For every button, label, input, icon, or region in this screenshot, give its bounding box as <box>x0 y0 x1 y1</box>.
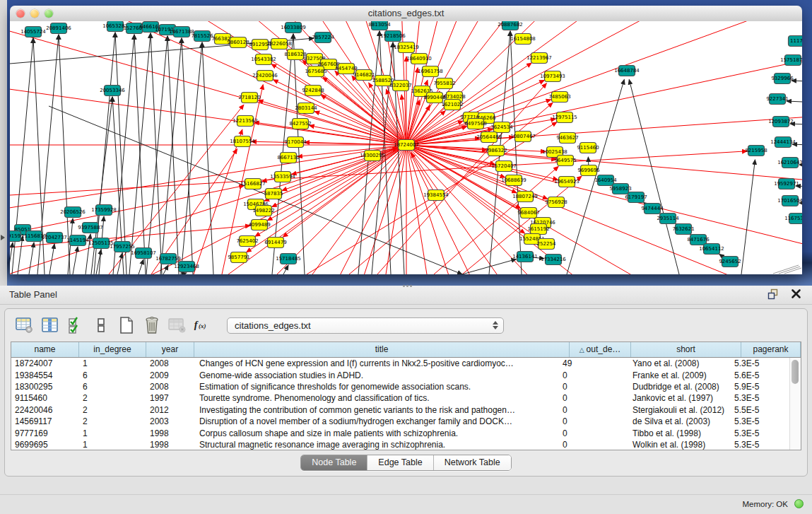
network-node[interactable]: 12923468 <box>174 262 199 272</box>
network-node[interactable]: 1145194 <box>66 235 89 246</box>
network-node[interactable]: 10973493 <box>540 71 565 82</box>
network-node[interactable]: 10543382 <box>251 54 276 65</box>
network-node[interactable]: 15720407 <box>491 161 517 172</box>
network-node[interactable]: 8667130 <box>277 153 299 163</box>
network-node[interactable]: 1621022 <box>441 100 463 110</box>
float-panel-icon[interactable] <box>767 288 779 301</box>
network-node[interactable]: 16961758 <box>418 66 443 77</box>
table-row[interactable]: 977716911998Corpus callosum shape and si… <box>11 427 790 438</box>
network-node[interactable]: 9649575 <box>554 156 576 166</box>
delete-table-icon[interactable] <box>166 315 188 335</box>
network-edge[interactable] <box>393 42 404 274</box>
network-edge[interactable] <box>18 236 23 274</box>
network-node[interactable]: 2803144 <box>295 103 317 114</box>
network-node[interactable]: 1498222 <box>252 206 274 216</box>
network-node[interactable]: 7632621 <box>672 224 694 235</box>
network-window[interactable]: citations_edges.txt 14055724208914061065… <box>10 6 802 274</box>
network-node[interactable]: 19654923 <box>554 177 579 187</box>
delete-icon[interactable] <box>141 315 163 335</box>
network-node[interactable]: 8322037 <box>389 81 411 91</box>
network-edge[interactable] <box>146 36 167 274</box>
network-edge[interactable] <box>202 42 213 274</box>
table-row[interactable]: 1456911722003Disruption of a novel membe… <box>11 416 790 427</box>
tab-node-table[interactable]: Node Table <box>301 455 367 470</box>
network-node[interactable]: 9329966 <box>771 74 794 84</box>
network-node[interactable]: 7857224 <box>312 33 334 43</box>
network-edge[interactable] <box>719 254 723 256</box>
table-row[interactable]: 969969511998Structural magnetic resonanc… <box>11 439 790 450</box>
network-edge[interactable] <box>139 259 143 274</box>
network-node[interactable]: 12213967 <box>526 53 552 64</box>
network-node[interactable]: 12975115 <box>552 112 577 123</box>
network-window-titlebar[interactable]: citations_edges.txt <box>10 6 802 22</box>
network-node[interactable]: 16648784 <box>614 66 640 76</box>
network-node[interactable]: 6497568 <box>464 119 486 129</box>
network-edge[interactable] <box>321 95 406 145</box>
column-header-out[interactable]: △out_de… <box>570 342 631 357</box>
network-node[interactable]: 2935114 <box>657 214 679 224</box>
network-edge[interactable] <box>160 38 182 274</box>
selection-mode-icon[interactable] <box>64 315 86 335</box>
network-node[interactable]: 19592971 <box>774 179 799 189</box>
network-node[interactable]: 10688639 <box>501 175 526 186</box>
network-node[interactable]: 7485063 <box>548 92 570 103</box>
table-selector-dropdown[interactable]: citations_edges.txt <box>227 317 504 334</box>
network-node[interactable]: 17359928 <box>91 205 117 216</box>
network-node[interactable]: 20887682 <box>498 21 523 30</box>
network-node[interactable]: 9756928 <box>545 197 567 208</box>
network-node[interactable]: 39159 <box>10 231 21 242</box>
network-node[interactable]: 15718485 <box>276 254 301 264</box>
network-node[interactable]: 19384554 <box>423 190 449 201</box>
network-node[interactable]: 8427552 <box>289 119 311 129</box>
table-row[interactable]: 1830029562008Estimation of significance … <box>11 381 790 392</box>
network-edge[interactable] <box>406 145 802 200</box>
network-node[interactable]: 17334216 <box>541 255 566 265</box>
column-header-in_degree[interactable]: in_degree <box>79 342 146 357</box>
network-node[interactable]: 8215958 <box>745 146 767 156</box>
network-edge[interactable] <box>151 33 162 274</box>
network-edge[interactable] <box>644 202 645 203</box>
network-node[interactable]: 14136141 <box>512 252 538 262</box>
network-node[interactable]: 10807467 <box>510 132 536 142</box>
network-node[interactable]: 17016504 <box>777 196 802 206</box>
network-node[interactable]: 12444134 <box>770 137 796 148</box>
network-node[interactable]: 16210643 <box>777 158 802 168</box>
network-node[interactable]: 9699695 <box>577 165 599 176</box>
network-node[interactable]: 9474444 <box>641 204 664 214</box>
network-node[interactable]: 7625402 <box>236 236 258 247</box>
network-edge[interactable] <box>73 247 78 274</box>
network-node[interactable]: 18325419 <box>394 42 419 53</box>
network-node[interactable]: 3624534 <box>490 122 513 133</box>
network-node[interactable]: 4099489 <box>248 220 270 230</box>
network-node[interactable]: 9170044 <box>284 137 307 148</box>
network-node[interactable]: 9857791 <box>228 252 249 263</box>
network-node[interactable]: 9245652 <box>719 257 741 267</box>
network-node[interactable]: 20053346 <box>100 86 125 96</box>
network-node[interactable]: 15751874 <box>780 55 802 66</box>
network-node[interactable]: 252254 <box>537 239 556 250</box>
network-node[interactable]: 11675313 <box>784 214 802 224</box>
table-scrollbar[interactable] <box>789 358 801 450</box>
network-canvas[interactable]: 1405572420891406106532871527602646616110… <box>10 21 802 274</box>
resize-grip-icon[interactable] <box>773 265 801 274</box>
network-node[interactable]: 1117 <box>789 36 803 47</box>
network-node[interactable]: 20564486 <box>476 132 502 143</box>
column-header-name[interactable]: name <box>11 342 79 357</box>
network-node[interactable]: 7955812 <box>433 78 455 89</box>
network-node[interactable]: 6179197 <box>625 192 647 203</box>
network-edge[interactable] <box>283 265 288 274</box>
column-header-year[interactable]: year <box>146 342 194 357</box>
column-header-short[interactable]: short <box>631 342 741 357</box>
tab-network-table[interactable]: Network Table <box>434 455 511 470</box>
table-row[interactable]: 2242004622012Investigating the contribut… <box>11 404 790 416</box>
table-row[interactable]: 1872400712008Changes of HCN gene express… <box>11 358 790 369</box>
network-node[interactable]: 93975887 <box>78 223 103 233</box>
network-node[interactable]: 9115460 <box>577 143 599 153</box>
network-node[interactable]: 16033809 <box>281 23 306 33</box>
network-edge[interactable] <box>182 38 193 274</box>
network-node[interactable]: 1615192 <box>527 224 549 235</box>
network-node[interactable]: 20891406 <box>46 23 71 34</box>
column-header-pagerank[interactable]: pagerank <box>741 342 801 357</box>
network-edge[interactable] <box>787 101 802 103</box>
network-edge[interactable] <box>283 145 406 237</box>
